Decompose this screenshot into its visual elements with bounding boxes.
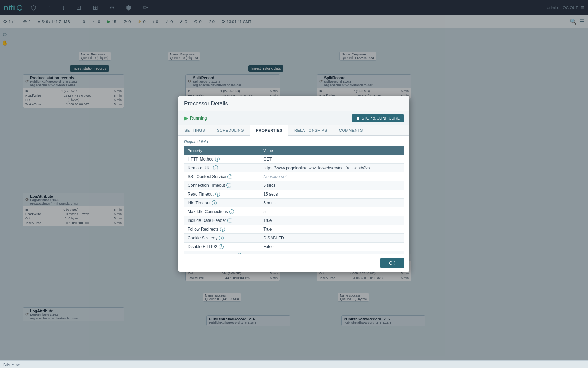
table-row[interactable]: FlowFile Naming StrategyiRANDOM: [184, 251, 404, 254]
table-row[interactable]: SSL Context ServiceiNo value set: [184, 172, 404, 181]
prop-name: HTTP Method: [188, 157, 214, 162]
prop-name-cell: Connection Timeouti: [184, 181, 260, 190]
prop-value: 15 secs: [263, 192, 278, 197]
processor-details-modal: Processor Details ▶ Running ⏹ STOP & CON…: [178, 96, 410, 272]
prop-name: Cookie Strategy: [188, 236, 217, 240]
prop-value-cell: True: [260, 225, 404, 234]
table-row[interactable]: Follow RedirectsiTrue: [184, 225, 404, 234]
prop-value-cell: 5 secs: [260, 181, 404, 190]
running-label: Running: [190, 116, 207, 121]
table-row[interactable]: Include Date HeaderiTrue: [184, 216, 404, 225]
stop-configure-icon: ⏹: [356, 116, 360, 120]
prop-name-cell: FlowFile Naming Strategyi: [184, 251, 260, 254]
table-row[interactable]: HTTP MethodiGET: [184, 155, 404, 164]
prop-name-cell: Include Date Headeri: [184, 216, 260, 225]
help-icon[interactable]: i: [226, 183, 231, 188]
prop-name: Disable HTTP/2: [188, 244, 217, 249]
prop-value-cell: 15 secs: [260, 190, 404, 199]
modal-body: Required field Property Value HTTP Metho…: [178, 136, 410, 254]
prop-value-cell: RANDOM: [260, 251, 404, 254]
col-value: Value: [260, 146, 404, 155]
prop-value-cell: https://www.pegelonline.wsv.de/webservic…: [260, 164, 404, 172]
prop-value: 5 mins: [263, 200, 275, 205]
prop-name-cell: Disable HTTP/2i: [184, 243, 260, 251]
prop-name: Read Timeout: [188, 192, 214, 197]
prop-value-cell: True: [260, 216, 404, 225]
table-row[interactable]: Idle Timeouti5 mins: [184, 199, 404, 207]
table-row[interactable]: Read Timeouti15 secs: [184, 190, 404, 199]
col-property: Property: [184, 146, 260, 155]
prop-value: 5 secs: [263, 183, 275, 188]
help-icon[interactable]: i: [212, 200, 217, 205]
help-icon[interactable]: i: [227, 174, 232, 179]
help-icon[interactable]: i: [219, 244, 224, 249]
prop-value: True: [263, 218, 272, 223]
prop-value: https://www.pegelonline.wsv.de/webservic…: [263, 165, 373, 170]
prop-name-cell: SSL Context Servicei: [184, 172, 260, 181]
prop-name: Remote URL: [188, 165, 212, 170]
prop-name: Connection Timeout: [188, 183, 225, 188]
help-icon[interactable]: i: [215, 192, 220, 197]
bottom-status-label: NiFi Flow: [4, 362, 20, 367]
props-table-head: Property Value: [184, 146, 404, 155]
help-icon[interactable]: i: [229, 209, 234, 214]
tab-scheduling[interactable]: SCHEDULING: [211, 125, 250, 135]
prop-value-cell: False: [260, 243, 404, 251]
prop-name: Max Idle Connections: [188, 209, 228, 214]
prop-value-cell: 5 mins: [260, 199, 404, 207]
prop-value-cell: No value set: [260, 172, 404, 181]
prop-value: DISABLED: [263, 236, 284, 240]
prop-name: Follow Redirects: [188, 227, 219, 232]
prop-value: True: [263, 227, 272, 232]
prop-name-cell: HTTP Methodi: [184, 155, 260, 164]
bottom-status-bar: NiFi Flow: [0, 360, 588, 368]
modal-overlay: Processor Details ▶ Running ⏹ STOP & CON…: [0, 0, 588, 368]
help-icon[interactable]: i: [215, 157, 220, 162]
modal-footer: OK: [178, 254, 410, 272]
modal-header: Processor Details: [178, 96, 410, 111]
tab-settings[interactable]: SETTINGS: [178, 125, 211, 135]
tab-properties[interactable]: PROPERTIES: [250, 125, 288, 136]
prop-value: No value set: [263, 174, 287, 179]
prop-name-cell: Read Timeouti: [184, 190, 260, 199]
running-badge: ▶ Running: [184, 115, 207, 121]
help-icon[interactable]: i: [213, 165, 218, 170]
modal-status-bar: ▶ Running ⏹ STOP & CONFIGURE: [178, 111, 410, 125]
prop-value: False: [263, 244, 273, 249]
prop-name-cell: Max Idle Connectionsi: [184, 207, 260, 216]
help-icon[interactable]: i: [219, 236, 224, 240]
properties-table: Property Value HTTP MethodiGETRemote URL…: [184, 146, 404, 254]
table-row[interactable]: Connection Timeouti5 secs: [184, 181, 404, 190]
prop-value-cell: GET: [260, 155, 404, 164]
prop-value-cell: 5: [260, 207, 404, 216]
props-table-header-row: Property Value: [184, 146, 404, 155]
prop-name-cell: Cookie Strategyi: [184, 234, 260, 243]
prop-value: 5: [263, 209, 266, 214]
prop-value-cell: DISABLED: [260, 234, 404, 243]
modal-tabs: SETTINGS SCHEDULING PROPERTIES RELATIONS…: [178, 125, 410, 136]
prop-value: GET: [263, 157, 272, 162]
prop-name-cell: Remote URLi: [184, 164, 260, 172]
props-table-body: HTTP MethodiGETRemote URLihttps://www.pe…: [184, 155, 404, 254]
help-icon[interactable]: i: [220, 227, 225, 232]
prop-name: Idle Timeout: [188, 200, 210, 205]
prop-name: SSL Context Service: [188, 174, 226, 179]
prop-name-cell: Idle Timeouti: [184, 199, 260, 207]
tab-relationships[interactable]: RELATIONSHIPS: [288, 125, 333, 135]
tab-comments[interactable]: COMMENTS: [333, 125, 369, 135]
prop-name-cell: Follow Redirectsi: [184, 225, 260, 234]
help-icon[interactable]: i: [227, 218, 232, 223]
stop-configure-button[interactable]: ⏹ STOP & CONFIGURE: [352, 114, 404, 122]
table-row[interactable]: Remote URLihttps://www.pegelonline.wsv.d…: [184, 164, 404, 172]
table-row[interactable]: Max Idle Connectionsi5: [184, 207, 404, 216]
modal-title: Processor Details: [184, 101, 404, 107]
required-field-label: Required field: [184, 139, 404, 144]
running-arrow-icon: ▶: [184, 115, 188, 121]
stop-configure-label: STOP & CONFIGURE: [362, 116, 400, 120]
ok-button[interactable]: OK: [380, 258, 404, 268]
prop-name: Include Date Header: [188, 218, 226, 223]
table-row[interactable]: Cookie StrategyiDISABLED: [184, 234, 404, 243]
table-row[interactable]: Disable HTTP/2iFalse: [184, 243, 404, 251]
